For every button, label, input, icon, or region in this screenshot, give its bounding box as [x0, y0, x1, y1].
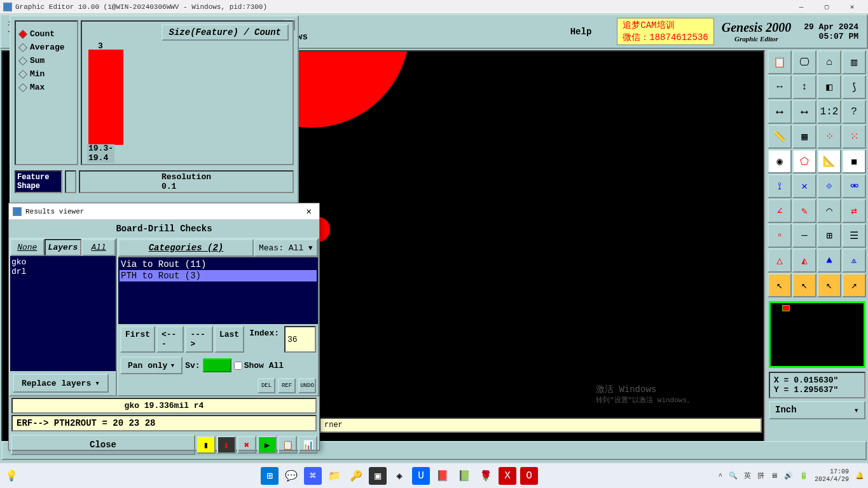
tool-dots2-icon[interactable]: ⁙ — [842, 125, 866, 149]
ref-button[interactable]: REF — [278, 378, 296, 393]
tool-solid-icon[interactable]: ◼ — [842, 149, 866, 173]
tool-arrow2-icon[interactable]: ↖ — [792, 273, 816, 297]
tool-arrow1-icon[interactable]: ↖ — [768, 273, 792, 297]
tray-battery-icon[interactable]: 🔋 — [799, 471, 808, 480]
taskbar-o-icon[interactable]: O — [520, 467, 538, 485]
tool-tri4-icon[interactable]: ⟁ — [842, 248, 866, 273]
tray-notification-icon[interactable]: 🔔 — [855, 471, 864, 480]
taskbar-x-icon[interactable]: X — [499, 467, 516, 485]
next-button[interactable]: ---> — [185, 326, 212, 353]
start-button[interactable]: ⊞ — [261, 467, 279, 485]
histogram-chart[interactable]: Size(Feature) / Count 3 19.3- 19.4 — [81, 20, 294, 165]
tool-connect-icon[interactable]: ⟟ — [768, 174, 792, 198]
radio-count[interactable]: Count — [20, 29, 73, 39]
layers-button[interactable]: Layers — [45, 239, 82, 256]
del-button[interactable]: DEL — [258, 378, 275, 393]
categories-button[interactable]: Categories (2) — [118, 239, 254, 257]
windows-taskbar[interactable]: 💡 ⊞ 💬 ⌘ 📁 🔑 ▣ ◈ U 📕 📗 🌹 X O ^ 🔍 英 拼 🖥 🔊 … — [0, 463, 868, 488]
none-button[interactable]: None — [10, 239, 45, 256]
layer-list[interactable]: gko drl — [10, 256, 116, 371]
sv-toggle[interactable] — [203, 358, 231, 372]
tool-snap-icon[interactable]: ⊞ — [817, 224, 841, 248]
tool-tri1-icon[interactable]: △ — [768, 248, 792, 273]
tool-s-icon[interactable]: ⟆ — [842, 75, 866, 99]
maximize-button[interactable]: ▢ — [814, 1, 839, 13]
taskbar-clock[interactable]: 17:09 2024/4/29 — [815, 468, 849, 484]
tool-dots-icon[interactable]: ⁘ — [817, 125, 841, 149]
tool-tri3-icon[interactable]: ▲ — [817, 248, 841, 273]
results-titlebar[interactable]: Results viewer ✕ — [9, 203, 319, 220]
radio-sum[interactable]: Sum — [20, 56, 73, 65]
close-button[interactable]: Close — [11, 435, 195, 455]
all-button[interactable]: All — [81, 239, 116, 256]
tool-fit-v-icon[interactable]: ↕ — [792, 75, 816, 99]
tool-area-icon[interactable]: ◧ — [817, 75, 841, 99]
taskbar-excel-icon[interactable]: 📗 — [455, 467, 473, 485]
tool-measure-icon[interactable]: 📏 — [768, 125, 792, 149]
tool-x-icon[interactable]: ✕ — [792, 174, 816, 198]
tool-ruler-icon[interactable]: 📐 — [817, 149, 841, 173]
tool-line-icon[interactable]: — — [792, 224, 816, 248]
tool-grid-icon[interactable]: ▦ — [792, 125, 816, 149]
tool-height-icon[interactable]: ⟷ — [792, 100, 816, 124]
tool-columns-icon[interactable]: ▥ — [842, 50, 866, 74]
radio-average[interactable]: Average — [20, 43, 73, 52]
tool-home-icon[interactable]: ⌂ — [817, 50, 841, 74]
index-input[interactable] — [284, 326, 316, 353]
tool-arrow4-icon[interactable]: ↗ — [842, 273, 866, 297]
tool-layer-icon[interactable]: ☰ — [842, 224, 866, 248]
taskbar-wechat-icon[interactable]: 💬 — [282, 467, 300, 485]
tool-fit-h-icon[interactable]: ↔ — [768, 75, 792, 99]
tray-display-icon[interactable]: 🖥 — [771, 471, 778, 480]
radio-max[interactable]: Max — [20, 83, 73, 92]
tool-flip-icon[interactable]: ⇄ — [842, 199, 866, 223]
tool-circle-icon[interactable]: ◉ — [768, 149, 792, 173]
footer-icon-1[interactable]: ▮ — [196, 436, 216, 454]
tool-width-icon[interactable]: ⟷ — [768, 100, 792, 124]
undo-button[interactable]: UNDO — [298, 378, 316, 393]
tool-angle-icon[interactable]: ∠ — [768, 199, 792, 223]
tool-edit-icon[interactable]: ✎ — [792, 199, 816, 223]
footer-icon-3[interactable]: ✖ — [237, 436, 256, 454]
footer-icon-2[interactable]: ▮ — [217, 436, 236, 454]
tool-question-icon[interactable]: ? — [842, 100, 866, 124]
replace-layers-button[interactable]: Replace layers▾ — [13, 374, 109, 393]
results-close-x[interactable]: ✕ — [303, 206, 315, 217]
close-button[interactable]: ✕ — [839, 1, 865, 13]
show-all-checkbox[interactable]: Show All — [234, 361, 284, 370]
unit-selector[interactable]: Inch▾ — [769, 401, 865, 419]
footer-icon-6[interactable]: 📊 — [298, 436, 317, 454]
taskbar-pdf-icon[interactable]: 📕 — [434, 467, 451, 485]
taskbar-app1-icon[interactable]: ⌘ — [304, 467, 322, 485]
tool-arc-icon[interactable]: ◠ — [817, 199, 841, 223]
taskbar-keys-icon[interactable]: 🔑 — [347, 467, 365, 485]
minimize-button[interactable]: — — [789, 1, 814, 13]
tool-arrow3-icon[interactable]: ↖ — [817, 273, 841, 297]
taskbar-app2-icon[interactable]: ◈ — [390, 467, 408, 485]
tool-square-icon[interactable]: ▫ — [768, 224, 792, 248]
prev-button[interactable]: <--- — [156, 326, 184, 353]
tool-screen-icon[interactable]: 🖵 — [792, 50, 816, 74]
radio-min[interactable]: Min — [20, 69, 73, 79]
tool-1to2-icon[interactable]: 1:2 — [817, 100, 841, 124]
tool-tri2-icon[interactable]: ◭ — [792, 248, 816, 273]
last-button[interactable]: Last — [214, 326, 244, 353]
feature-selector[interactable]: Feature Shape — [15, 170, 62, 193]
system-tray[interactable]: ^ 🔍 英 拼 🖥 🔊 🔋 17:09 2024/4/29 🔔 — [718, 468, 864, 484]
minimap[interactable] — [769, 301, 865, 368]
menu-help[interactable]: Help — [570, 27, 592, 37]
taskbar-flower-icon[interactable]: 🌹 — [477, 467, 495, 485]
first-button[interactable]: First — [120, 326, 155, 353]
category-list[interactable]: Via to Rout (11) PTH to Rout (3) — [118, 257, 318, 324]
footer-icon-4[interactable]: ▶ — [258, 436, 277, 454]
tool-poly-icon[interactable]: ⬠ — [792, 149, 816, 173]
taskbar-terminal-icon[interactable]: ▣ — [369, 467, 387, 485]
tool-clipboard-icon[interactable]: 📋 — [768, 50, 792, 74]
tool-split-icon[interactable]: ⚮ — [842, 174, 866, 198]
footer-icon-5[interactable]: 📋 — [278, 436, 297, 454]
pan-only-button[interactable]: Pan only▾ — [120, 356, 183, 374]
tray-volume-icon[interactable]: 🔊 — [784, 471, 793, 480]
taskbar-explorer-icon[interactable]: 📁 — [326, 467, 343, 485]
taskbar-u-icon[interactable]: U — [412, 467, 430, 485]
start-hint-icon[interactable]: 💡 — [4, 468, 19, 484]
